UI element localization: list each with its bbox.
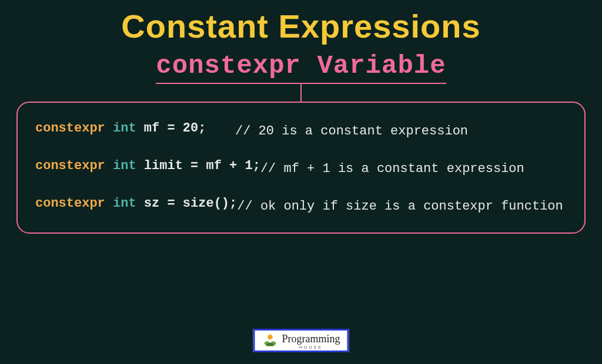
code-left: constexpr int sz = size(); <box>35 193 237 220</box>
subtitle-wrap: constexpr Variable <box>0 45 602 84</box>
code-box: constexpr int mf = 20; // 20 is a consta… <box>16 102 586 234</box>
logo-badge: Programming HOUSE <box>253 329 349 352</box>
page-title: Constant Expressions <box>0 0 602 45</box>
keyword-constexpr: constexpr <box>35 159 105 173</box>
code-line: constexpr int sz = size(); // ok only if… <box>35 193 567 220</box>
svg-point-0 <box>267 335 273 340</box>
code-left: constexpr int mf = 20; <box>35 118 235 145</box>
logo-sub-text: HOUSE <box>299 345 323 349</box>
code-comment: // mf + 1 is a constant expression <box>260 156 567 183</box>
subtitle: constexpr Variable <box>156 51 446 84</box>
keyword-constexpr: constexpr <box>35 121 105 136</box>
code-line: constexpr int limit = mf + 1; // mf + 1 … <box>35 156 567 183</box>
code-rest: mf = 20; <box>136 121 206 136</box>
keyword-int: int <box>113 196 136 211</box>
code-line: constexpr int mf = 20; // 20 is a consta… <box>35 118 567 145</box>
logo-text: Programming HOUSE <box>282 333 340 349</box>
keyword-int: int <box>113 159 136 173</box>
code-rest: sz = size(); <box>136 196 238 211</box>
code-comment: // ok only if size is a constexpr functi… <box>237 193 567 220</box>
keyword-constexpr: constexpr <box>35 196 105 211</box>
logo-icon <box>262 333 279 349</box>
connector-line <box>300 84 302 102</box>
code-comment: // 20 is a constant expression <box>235 118 567 145</box>
code-left: constexpr int limit = mf + 1; <box>35 156 260 183</box>
code-rest: limit = mf + 1; <box>136 159 260 173</box>
keyword-int: int <box>113 121 136 136</box>
logo-main-text: Programming <box>282 333 340 344</box>
